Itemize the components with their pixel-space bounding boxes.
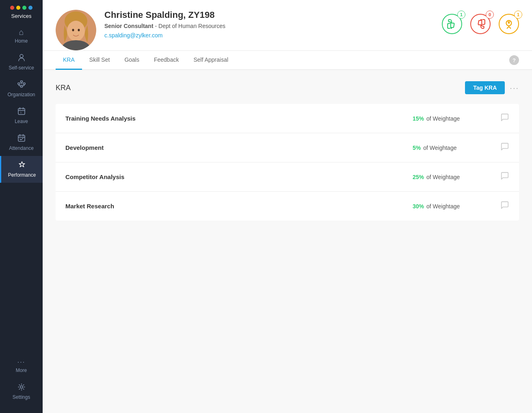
badge-thumbs-down-count: 0 xyxy=(486,11,494,19)
svg-rect-4 xyxy=(20,86,22,87)
svg-point-12 xyxy=(67,21,85,41)
dot-green xyxy=(22,6,26,10)
kra-percent: 30% xyxy=(413,203,424,210)
kra-weightage-label: of Weightage xyxy=(426,203,460,210)
home-icon: ⌂ xyxy=(19,28,24,36)
kra-comment-icon[interactable] xyxy=(500,201,509,212)
tab-feedback[interactable]: Feedback xyxy=(147,51,186,70)
kra-header: KRA Tag KRA ··· xyxy=(56,81,519,94)
sidebar-item-home-label: Home xyxy=(15,38,28,44)
svg-point-16 xyxy=(78,29,80,31)
kra-item-name: Development xyxy=(65,144,413,151)
kra-actions: Tag KRA ··· xyxy=(465,81,519,94)
profile-info: Christine Spalding, ZY198 Senior Consult… xyxy=(104,10,442,45)
kra-section-title: KRA xyxy=(56,84,71,92)
kra-weightage-label: of Weightage xyxy=(426,115,460,122)
kra-item-development: Development 5% of Weightage xyxy=(56,133,519,162)
tabs-bar: KRA Skill Set Goals Feedback Self Apprai… xyxy=(43,51,532,70)
performance-icon xyxy=(18,161,26,170)
kra-weightage: 25% of Weightage xyxy=(413,174,494,180)
person-icon xyxy=(17,54,26,63)
profile-name: Christine Spalding, ZY198 xyxy=(104,10,442,20)
settings-icon xyxy=(17,383,26,392)
tag-kra-button[interactable]: Tag KRA xyxy=(465,81,505,94)
kra-comment-icon[interactable] xyxy=(500,113,509,124)
badge-thumbs-down[interactable]: 0 xyxy=(470,14,491,34)
profile-header: Christine Spalding, ZY198 Senior Consult… xyxy=(43,0,532,51)
leave-icon: 1 xyxy=(17,107,26,117)
badge-award-count: 1 xyxy=(514,11,522,19)
kra-weightage: 15% of Weightage xyxy=(413,115,494,122)
tab-skill-set[interactable]: Skill Set xyxy=(82,51,117,70)
kra-weightage: 5% of Weightage xyxy=(413,145,494,151)
sidebar-item-settings-label: Settings xyxy=(13,394,30,400)
dot-red xyxy=(10,6,14,10)
badge-thumbs-up[interactable]: 1 xyxy=(442,14,462,34)
kra-comment-icon[interactable] xyxy=(500,171,509,182)
sidebar-item-leave[interactable]: 1 Leave xyxy=(0,102,43,129)
sidebar-item-more-label: More xyxy=(16,368,27,373)
more-options-button[interactable]: ··· xyxy=(510,83,519,93)
kra-list: Training Needs Analysis 15% of Weightage… xyxy=(56,104,519,221)
avatar xyxy=(56,10,96,50)
svg-rect-7 xyxy=(18,135,25,141)
sidebar-item-self-service-label: Self-service xyxy=(9,65,34,71)
svg-text:1: 1 xyxy=(20,111,22,114)
svg-point-8 xyxy=(20,386,23,388)
tab-goals[interactable]: Goals xyxy=(117,51,147,70)
kra-item-market-research: Market Research 30% of Weightage xyxy=(56,192,519,221)
svg-point-0 xyxy=(20,54,23,58)
main-content: Christine Spalding, ZY198 Senior Consult… xyxy=(43,0,532,413)
sidebar-item-leave-label: Leave xyxy=(15,119,28,124)
kra-item-competitor-analysis: Competitor Analysis 25% of Weightage xyxy=(56,162,519,192)
profile-department: Dept of Human Resources xyxy=(158,23,225,29)
kra-percent: 5% xyxy=(413,145,421,151)
more-icon: ··· xyxy=(17,359,25,365)
kra-weightage-label: of Weightage xyxy=(426,174,460,180)
kra-item-training-needs: Training Needs Analysis 15% of Weightage xyxy=(56,104,519,133)
sidebar-item-performance[interactable]: Performance xyxy=(0,156,43,183)
dot-yellow xyxy=(16,6,20,10)
profile-role: Senior Consultant xyxy=(104,23,154,29)
services-label: Services xyxy=(11,13,32,19)
kra-item-name: Competitor Analysis xyxy=(65,173,413,180)
kra-percent: 15% xyxy=(413,115,424,122)
badge-thumbs-up-count: 1 xyxy=(457,11,465,19)
kra-weightage-label: of Weightage xyxy=(423,145,456,151)
sidebar: Services ⌂ Home Self-service Organizatio… xyxy=(0,0,43,413)
tab-self-appraisal[interactable]: Self Appraisal xyxy=(186,51,236,70)
badge-award[interactable]: 1 xyxy=(499,14,519,34)
tab-kra[interactable]: KRA xyxy=(56,51,82,70)
sidebar-item-settings[interactable]: Settings xyxy=(0,378,43,405)
sidebar-item-organization[interactable]: Organization xyxy=(0,76,43,102)
content-area: KRA Tag KRA ··· Training Needs Analysis … xyxy=(43,70,532,413)
attendance-icon xyxy=(17,134,26,143)
dot-blue xyxy=(28,6,32,10)
kra-item-name: Market Research xyxy=(65,203,413,210)
kra-percent: 25% xyxy=(413,174,424,180)
sidebar-item-self-service[interactable]: Self-service xyxy=(0,49,43,76)
badges-area: 1 0 1 xyxy=(442,10,519,34)
kra-weightage: 30% of Weightage xyxy=(413,203,494,210)
sidebar-item-attendance[interactable]: Attendance xyxy=(0,129,43,156)
profile-title: Senior Consultant - Dept of Human Resour… xyxy=(104,23,442,29)
sidebar-item-performance-label: Performance xyxy=(8,172,36,178)
sidebar-bottom: ··· More Settings xyxy=(0,354,43,413)
sidebar-item-attendance-label: Attendance xyxy=(9,145,34,151)
sidebar-item-organization-label: Organization xyxy=(7,92,35,97)
sidebar-item-more[interactable]: ··· More xyxy=(0,354,43,378)
kra-item-name: Training Needs Analysis xyxy=(65,115,413,122)
svg-point-15 xyxy=(72,29,74,31)
sidebar-item-home[interactable]: ⌂ Home xyxy=(0,23,43,49)
help-icon[interactable]: ? xyxy=(509,55,519,65)
kra-comment-icon[interactable] xyxy=(500,142,509,153)
profile-email[interactable]: c.spalding@zylker.com xyxy=(104,32,162,39)
organization-icon xyxy=(17,80,26,90)
sidebar-logo xyxy=(10,0,32,13)
